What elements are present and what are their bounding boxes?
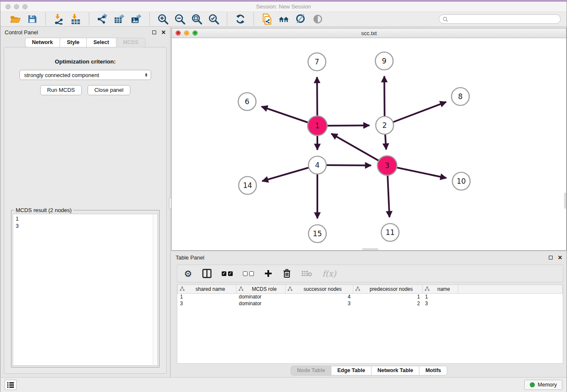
split-panel-icon[interactable]: [202, 268, 212, 279]
column-header-name[interactable]: name: [423, 285, 458, 293]
task-history-button[interactable]: [5, 380, 17, 390]
main-toolbar: [0, 12, 567, 27]
mcds-tab-content: Optimization criterion: strongly connect…: [4, 47, 167, 374]
zoom-selected-icon[interactable]: [208, 14, 219, 25]
network-canvas[interactable]: 7968124314101511: [172, 38, 566, 250]
delete-table-icon[interactable]: [301, 268, 312, 279]
close-table-panel-icon[interactable]: ✕: [558, 255, 562, 260]
svg-text:2: 2: [383, 121, 387, 130]
memory-button[interactable]: Memory: [524, 380, 562, 390]
mcds-result-title: MCDS result (2 nodes): [14, 207, 73, 213]
tab-motifs[interactable]: Motifs: [419, 366, 447, 375]
svg-text:10: 10: [457, 177, 466, 185]
select-all-icon[interactable]: ✓✓: [222, 268, 233, 279]
network-graph[interactable]: 7968124314101511: [172, 38, 566, 250]
table-row[interactable]: 3dominator323: [178, 300, 563, 307]
tab-node-table[interactable]: Node Table: [291, 366, 331, 375]
add-column-icon[interactable]: [264, 268, 272, 279]
column-settings-icon[interactable]: ⚙: [184, 268, 192, 279]
select-arrows-icon: ▲▼: [144, 73, 148, 77]
result-scrollbar[interactable]: [153, 215, 157, 365]
table-panel-title: Table Panel: [176, 254, 204, 261]
export-table-icon[interactable]: [114, 14, 125, 25]
canvas-scrollbar-vertical[interactable]: [564, 193, 566, 209]
graph-node-6[interactable]: 6: [238, 93, 256, 110]
svg-text:9: 9: [382, 57, 387, 65]
graph-node-11[interactable]: 11: [381, 224, 399, 241]
toolbar-separator: [227, 13, 227, 25]
zoom-in-icon[interactable]: [157, 14, 168, 25]
svg-text:14: 14: [243, 181, 252, 190]
search-input[interactable]: [450, 16, 557, 22]
graph-node-4[interactable]: 4: [308, 156, 326, 174]
svg-text:15: 15: [313, 229, 322, 238]
graph-node-1[interactable]: 1: [308, 116, 327, 135]
graph-node-15[interactable]: 15: [308, 225, 326, 243]
float-panel-icon[interactable]: [152, 30, 156, 34]
control-panel: Control Panel ✕ NetworkStyleSelectMCDS O…: [0, 27, 170, 377]
delete-column-icon[interactable]: [283, 268, 291, 279]
list-icon: [7, 382, 14, 388]
control-panel-tabs: NetworkStyleSelectMCDS: [0, 38, 170, 47]
network-overview-icon[interactable]: [278, 14, 289, 25]
table-tabs: Node TableEdge TableNetwork TableMotifs: [171, 364, 567, 377]
graph-node-8[interactable]: 8: [451, 88, 469, 105]
table-row[interactable]: 1dominator411: [178, 293, 563, 300]
graph-node-7[interactable]: 7: [308, 53, 326, 71]
import-table-icon[interactable]: [70, 14, 81, 25]
apply-style-icon[interactable]: [295, 14, 306, 25]
application-window: Session: New Session: [0, 0, 567, 392]
mcds-result-list[interactable]: 1 3: [13, 214, 158, 366]
zoom-fit-icon[interactable]: [191, 14, 202, 25]
clone-network-icon[interactable]: [261, 14, 272, 25]
canvas-scrollbar-horizontal[interactable]: [362, 248, 378, 250]
save-session-icon[interactable]: [27, 14, 38, 25]
graph-node-10[interactable]: 10: [452, 172, 470, 190]
float-table-panel-icon[interactable]: [549, 256, 553, 259]
tab-edge-table[interactable]: Edge Table: [331, 366, 372, 375]
show-graphics-details-icon[interactable]: [312, 14, 323, 25]
close-panel-button[interactable]: Close panel: [88, 85, 130, 95]
tab-select[interactable]: Select: [86, 38, 116, 47]
export-image-icon[interactable]: [131, 14, 142, 25]
tab-network-table[interactable]: Network Table: [371, 366, 420, 375]
column-header-MCDS-role[interactable]: MCDS role: [237, 285, 286, 293]
memory-label: Memory: [538, 382, 557, 388]
svg-text:8: 8: [458, 92, 463, 101]
network-view-window: ✕ − + scc.txt 7968124314101511: [171, 28, 567, 251]
import-network-icon[interactable]: [53, 14, 64, 25]
svg-text:3: 3: [385, 161, 390, 170]
tab-network[interactable]: Network: [25, 38, 60, 47]
svg-text:6: 6: [245, 97, 250, 106]
toolbar-separator: [253, 13, 254, 25]
column-header-successor-nodes[interactable]: successor nodes: [286, 285, 353, 293]
window-title: Session: New Session: [0, 3, 567, 10]
close-panel-icon[interactable]: ✕: [161, 30, 166, 35]
column-header-predecessor-nodes[interactable]: predecessor nodes: [353, 285, 423, 293]
graph-node-3[interactable]: 3: [377, 156, 397, 175]
open-session-icon[interactable]: [10, 14, 21, 25]
network-window-titlebar[interactable]: ✕ − + scc.txt: [172, 28, 566, 38]
deselect-all-icon[interactable]: [243, 268, 254, 279]
tab-style[interactable]: Style: [60, 38, 87, 47]
svg-text:4: 4: [315, 161, 320, 169]
function-builder-icon[interactable]: f(x): [322, 268, 336, 279]
network-window-title: scc.txt: [172, 30, 566, 36]
graph-node-2[interactable]: 2: [376, 116, 394, 134]
graph-node-14[interactable]: 14: [239, 177, 256, 194]
export-network-icon[interactable]: [97, 14, 108, 25]
optimization-criterion-select[interactable]: strongly connected component ▲▼: [19, 70, 151, 80]
node-table: shared nameMCDS rolesuccessor nodesprede…: [177, 284, 563, 364]
run-mcds-button[interactable]: Run MCDS: [40, 85, 82, 95]
table-toolbar: ⚙ ✓✓: [177, 265, 563, 282]
column-header-shared-name[interactable]: shared name: [178, 285, 237, 293]
tab-mcds[interactable]: MCDS: [116, 38, 146, 47]
svg-text:1: 1: [315, 121, 320, 130]
refresh-layout-icon[interactable]: [235, 14, 246, 25]
edge-2-8[interactable]: [385, 102, 446, 125]
search-box[interactable]: [439, 14, 561, 24]
title-bar: Session: New Session: [0, 2, 567, 12]
status-bar: Memory: [0, 377, 567, 392]
zoom-out-icon[interactable]: [174, 14, 185, 25]
graph-node-9[interactable]: 9: [375, 52, 393, 70]
